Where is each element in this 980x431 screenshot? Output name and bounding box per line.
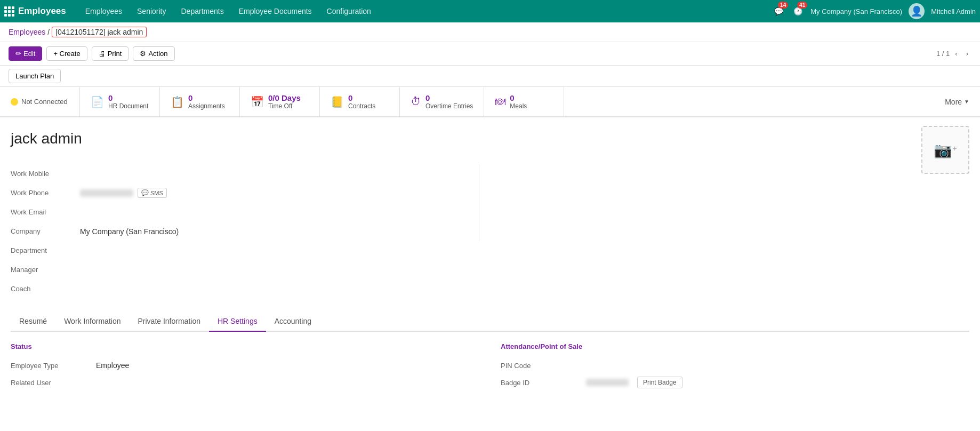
user-avatar[interactable]: 👤 [909, 3, 925, 19]
manager-value[interactable] [80, 266, 466, 274]
tab-private-information[interactable]: Private Information [129, 312, 209, 332]
status-section-title: Status [11, 342, 479, 350]
employee-photo[interactable]: 📷+ [921, 126, 969, 174]
coach-value[interactable] [80, 285, 466, 293]
pagination: 1 / 1 ‹ › [936, 49, 971, 59]
time-off-icon: 📅 [251, 95, 264, 108]
work-email-input[interactable] [80, 208, 466, 217]
pin-code-label: PIN Code [501, 362, 586, 370]
nav-item-configuration[interactable]: Configuration [320, 4, 377, 19]
tab-accounting[interactable]: Accounting [266, 312, 320, 332]
hr-document-icon: 📄 [91, 95, 104, 108]
smart-btn-meals[interactable]: 🍽 0 Meals [484, 87, 564, 116]
employee-form: Work Mobile Work Phone 💬 SMS [11, 164, 969, 299]
nav-item-employee-documents[interactable]: Employee Documents [232, 4, 318, 19]
next-page-button[interactable]: › [963, 49, 971, 59]
tab-bar: Resumé Work Information Private Informat… [11, 312, 969, 332]
print-button[interactable]: 🖨 Print [92, 46, 129, 61]
activity-badge: 41 [797, 2, 807, 9]
camera-icon: 📷+ [934, 141, 957, 159]
messages-badge: 14 [778, 2, 788, 9]
form-right: Department Manager Coach [11, 241, 466, 299]
nav-item-employees[interactable]: Employees [79, 4, 128, 19]
work-email-value[interactable] [80, 208, 466, 217]
tab-work-information[interactable]: Work Information [55, 312, 129, 332]
contracts-label: Contracts [348, 102, 375, 110]
meals-icon: 🍽 [495, 95, 505, 108]
employee-name: jack admin [11, 117, 969, 151]
related-user-row: Related User [11, 374, 479, 391]
create-button[interactable]: + Create [46, 46, 87, 61]
work-email-row: Work Email [11, 203, 466, 222]
employee-type-row: Employee Type Employee [11, 357, 479, 374]
user-name: Mitchell Admin [931, 7, 976, 15]
work-mobile-row: Work Mobile [11, 164, 466, 183]
assignments-count: 0 [188, 93, 225, 102]
tab-right-section: Attendance/Point of Sale PIN Code Badge … [501, 342, 969, 391]
smart-btn-overtime[interactable]: ⏱ 0 Overtime Entries [400, 87, 484, 116]
related-user-value[interactable] [96, 378, 479, 387]
status-dot [11, 98, 18, 106]
not-connected-label: Not Connected [21, 98, 68, 106]
more-button[interactable]: More ▼ [934, 87, 980, 116]
print-badge-button[interactable]: Print Badge [637, 377, 682, 388]
edit-button[interactable]: ✏ Edit [9, 46, 42, 61]
company-label: Company [11, 227, 80, 235]
smart-btn-not-connected[interactable]: Not Connected [0, 87, 80, 116]
manager-row: Manager [11, 260, 466, 280]
messages-button[interactable]: 💬 14 [772, 5, 785, 18]
form-divider [479, 164, 479, 241]
launch-plan-bar: Launch Plan [0, 66, 980, 87]
tab-resume[interactable]: Resumé [11, 312, 55, 332]
app-menu-icon[interactable] [4, 6, 14, 17]
manager-label: Manager [11, 266, 80, 274]
hr-document-count: 0 [108, 93, 148, 102]
attendance-section-title: Attendance/Point of Sale [501, 342, 969, 350]
company-selector[interactable]: My Company (San Francisco) [810, 7, 902, 15]
nav-item-seniority[interactable]: Seniority [131, 4, 172, 19]
assignments-icon: 📋 [171, 95, 184, 108]
coach-input[interactable] [80, 285, 466, 293]
prev-page-button[interactable]: ‹ [952, 49, 960, 59]
gear-icon: ⚙ [140, 50, 146, 58]
smart-btn-assignments[interactable]: 📋 0 Assignments [160, 87, 240, 116]
main-content: 📷+ jack admin Work Mobile Work Phone [0, 117, 980, 402]
smart-btn-hr-documents[interactable]: 📄 0 HR Document [80, 87, 160, 116]
department-value[interactable] [80, 246, 466, 255]
nav-item-departments[interactable]: Departments [175, 4, 230, 19]
page-info: 1 / 1 [936, 50, 950, 58]
related-user-input[interactable] [96, 378, 479, 387]
pin-code-row: PIN Code [501, 357, 969, 374]
smart-btn-contracts[interactable]: 📒 0 Contracts [320, 87, 400, 116]
tab-hr-settings[interactable]: HR Settings [209, 312, 266, 332]
activity-button[interactable]: 🕐 41 [791, 5, 804, 18]
related-user-label: Related User [11, 379, 96, 387]
work-mobile-value[interactable] [80, 170, 466, 178]
form-left: Work Mobile Work Phone 💬 SMS [11, 164, 466, 241]
pin-code-input[interactable] [586, 361, 969, 370]
work-email-label: Work Email [11, 208, 80, 216]
launch-plan-button[interactable]: Launch Plan [9, 69, 61, 83]
meals-label: Meals [510, 102, 527, 110]
breadcrumb-parent[interactable]: Employees [9, 28, 45, 36]
sms-button[interactable]: 💬 SMS [138, 188, 167, 198]
badge-id-row: Badge ID Print Badge [501, 374, 969, 391]
app-brand: Employees [18, 6, 66, 17]
work-mobile-label: Work Mobile [11, 170, 80, 178]
work-mobile-input[interactable] [80, 170, 466, 178]
smart-buttons-bar: Not Connected 📄 0 HR Document 📋 0 Assign… [0, 87, 980, 117]
employee-type-label: Employee Type [11, 362, 96, 370]
smart-btn-time-off[interactable]: 📅 0/0 Days Time Off [240, 87, 320, 116]
work-phone-blurred [80, 189, 133, 197]
manager-input[interactable] [80, 266, 466, 274]
department-input[interactable] [80, 246, 466, 255]
breadcrumb-separator: / [47, 28, 50, 36]
pin-code-value[interactable] [586, 361, 969, 370]
action-button[interactable]: ⚙ Action [133, 46, 174, 61]
meals-count: 0 [510, 93, 527, 102]
tab-form-row: Status Employee Type Employee Related Us… [11, 342, 969, 391]
coach-label: Coach [11, 285, 80, 293]
coach-row: Coach [11, 280, 466, 299]
chevron-down-icon: ▼ [964, 99, 969, 105]
hr-document-label: HR Document [108, 102, 148, 110]
